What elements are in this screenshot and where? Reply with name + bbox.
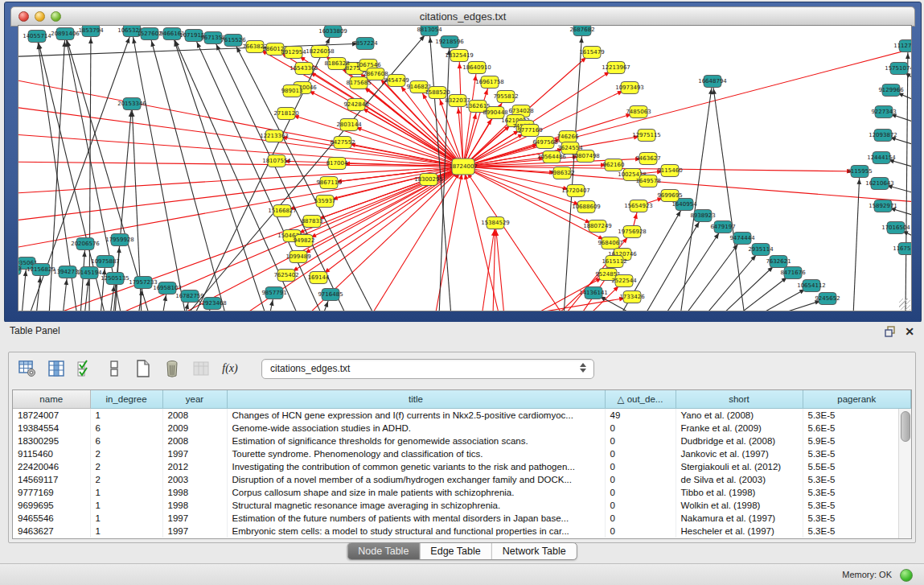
delete-icon[interactable] (162, 358, 183, 379)
graph-node[interactable]: 1615112 (602, 256, 626, 268)
graph-node[interactable]: 39159 (18, 263, 21, 275)
graph-node[interactable]: 19218596 (435, 36, 464, 48)
table-selector-dropdown[interactable]: citations_edges.txt (261, 359, 594, 379)
graph-node[interactable]: 1733426 (619, 291, 645, 303)
graph-node[interactable]: 16543362 (290, 63, 318, 75)
column-header-in-degree[interactable]: in_degree (90, 390, 162, 409)
graph-node[interactable]: 18226058 (306, 46, 335, 58)
tab-edge-table[interactable]: Edge Table (419, 543, 491, 559)
column-header-short[interactable]: short (676, 390, 803, 409)
graph-node[interactable]: 2935114 (748, 244, 774, 256)
graph-node[interactable]: 8813054 (417, 26, 442, 36)
tab-network-table[interactable]: Network Table (491, 543, 577, 559)
graph-node[interactable]: 9463627 (635, 153, 660, 165)
graph-node[interactable]: 18724007 (449, 159, 478, 175)
graph-node[interactable]: 12213967 (602, 62, 630, 74)
graph-node[interactable]: 9777169 (517, 125, 542, 137)
zoom-window-icon[interactable] (51, 11, 61, 22)
table-row[interactable]: 946554611997Estimation of the future num… (13, 512, 911, 525)
graph-node[interactable]: 746266 (557, 131, 579, 143)
table-row[interactable]: 911546021997Tourette syndrome. Phenomeno… (13, 447, 911, 460)
table-scrollbar[interactable] (898, 409, 911, 538)
graph-node[interactable]: 6479197 (710, 221, 735, 233)
close-window-icon[interactable] (18, 11, 29, 22)
graph-node[interactable]: 7625402 (273, 270, 298, 282)
graph-node[interactable]: 7857224 (352, 38, 378, 50)
graph-node[interactable]: 1853794 (78, 26, 104, 37)
tab-node-table[interactable]: Node Table (347, 543, 419, 559)
graph-node[interactable]: 1527602 (137, 28, 162, 40)
graph-node[interactable]: 9245652 (815, 293, 840, 305)
graph-node[interactable]: 2522544 (611, 275, 637, 287)
graph-node[interactable]: 1145194 (76, 267, 102, 279)
graph-node[interactable]: 9242848 (343, 99, 368, 111)
network-window-titlebar[interactable]: citations_edges.txt (10, 6, 915, 27)
graph-node[interactable]: 19756928 (618, 226, 647, 238)
graph-node[interactable]: 887833 (302, 216, 323, 228)
graph-node[interactable]: 2687682 (569, 26, 594, 36)
scrollbar-thumb[interactable] (901, 411, 910, 442)
graph-node[interactable]: 9867110 (316, 177, 341, 189)
table-row[interactable]: 946362711997Embryonic stem cells: a mode… (13, 525, 911, 538)
graph-node[interactable]: 8186328 (324, 58, 349, 70)
graph-node[interactable]: 1099489 (285, 251, 310, 263)
column-header-out-de-[interactable]: △ out_de... (605, 390, 676, 409)
graph-node[interactable]: 949822 (294, 235, 315, 247)
graph-node[interactable]: 8115955 (847, 166, 872, 178)
graph-node[interactable]: 8990448 (483, 107, 507, 119)
graph-node[interactable]: 8175685 (346, 77, 371, 89)
graph-node[interactable]: 15720407 (561, 185, 590, 197)
graph-node[interactable]: 15384529 (481, 217, 510, 229)
table-row[interactable]: 2242004622012Investigating the contribut… (13, 460, 911, 473)
network-graph[interactable]: 1405571420891406185379410653287152760294… (18, 26, 911, 311)
graph-node[interactable]: 20891406 (51, 28, 80, 40)
graph-node[interactable]: 9716485 (318, 289, 343, 301)
table-row[interactable]: 1938455462009Genome-wide association stu… (13, 422, 911, 435)
column-header-name[interactable]: name (13, 390, 90, 409)
graph-node[interactable]: 1588520 (425, 87, 450, 99)
table-mode-icon[interactable] (17, 358, 38, 379)
graph-node[interactable]: 16961758 (475, 76, 504, 89)
column-header-pagerank[interactable]: pagerank (803, 390, 911, 409)
table-row[interactable]: 1456911722003Disruption of a novel membe… (13, 473, 911, 486)
graph-node[interactable]: 9684067 (598, 237, 622, 249)
close-panel-icon[interactable]: ✕ (903, 325, 916, 337)
show-columns-icon[interactable] (46, 358, 67, 379)
table-row[interactable]: 969969511998Structural magnetic resonanc… (13, 499, 911, 512)
row-height-icon[interactable] (104, 358, 125, 379)
function-builder-icon[interactable]: f(x) (220, 358, 240, 379)
graph-node[interactable]: 8471676 (780, 267, 806, 279)
table-row[interactable]: 1872400712008Changes of HCN gene express… (13, 409, 911, 422)
graph-node[interactable]: 16648794 (698, 76, 727, 88)
graph-node[interactable]: 8454749 (384, 75, 409, 87)
graph-node[interactable]: 12975115 (632, 130, 661, 142)
graph-node[interactable]: 817004 (326, 158, 348, 170)
graph-node[interactable]: 1615479 (579, 47, 604, 59)
graph-node[interactable]: 11675312 (893, 243, 911, 255)
graph-node[interactable]: 15751074 (885, 63, 911, 75)
graph-node[interactable]: 18640910 (462, 62, 491, 74)
graph-node[interactable]: 17959928 (105, 234, 134, 246)
graph-node[interactable]: 7955812 (493, 91, 518, 103)
minimize-window-icon[interactable] (35, 11, 45, 22)
graph-node[interactable]: 7986322 (549, 167, 574, 179)
column-header-year[interactable]: year (162, 390, 227, 409)
graph-node[interactable]: 2718120 (273, 108, 298, 120)
graph-node[interactable]: 9699695 (657, 190, 682, 202)
graph-node[interactable]: 9227343 (871, 106, 896, 118)
graph-node[interactable]: 7485063 (626, 106, 651, 118)
graph-node[interactable]: 8938923 (690, 210, 715, 222)
graph-node[interactable]: 6497568 (532, 137, 557, 149)
graph-node[interactable]: 169144 (308, 272, 330, 284)
graph-node[interactable]: 10975887 (91, 256, 120, 268)
graph-node[interactable]: 8427552 (330, 137, 355, 149)
network-canvas[interactable]: 1405571420891406185379410653287152760294… (18, 25, 912, 311)
graph-node[interactable]: 9857791 (261, 287, 286, 299)
graph-node[interactable]: 11127764 (893, 40, 911, 52)
graph-node[interactable]: 9474444 (729, 233, 755, 245)
graph-node[interactable]: 535937 (314, 196, 336, 208)
graph-node[interactable]: 7632621 (766, 256, 791, 268)
graph-node[interactable]: 1649578 (635, 175, 660, 187)
float-panel-icon[interactable] (884, 325, 897, 337)
graph-node[interactable]: 16033809 (318, 26, 347, 38)
